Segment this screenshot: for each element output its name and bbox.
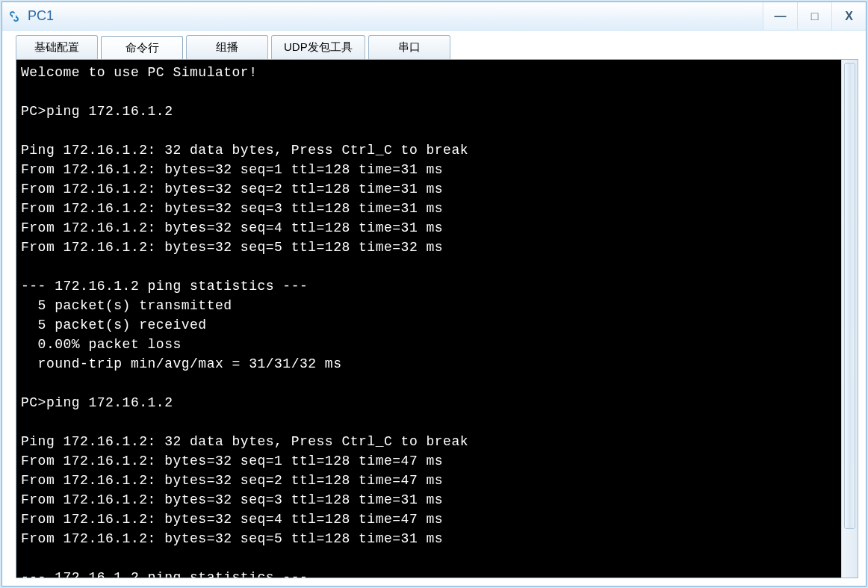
- app-window: PC1 — □ X 基础配置 命令行 组播 UDP发包工具 串口 Welcome…: [1, 1, 867, 587]
- app-icon: [7, 9, 22, 24]
- tab-label: 命令行: [125, 41, 159, 55]
- tab-multicast[interactable]: 组播: [186, 35, 268, 59]
- scroll-thumb[interactable]: [844, 63, 855, 529]
- window-controls: — □ X: [763, 2, 866, 30]
- window-title: PC1: [28, 8, 763, 24]
- terminal-container: Welcome to use PC Simulator! PC>ping 172…: [16, 59, 858, 578]
- maximize-button[interactable]: □: [797, 2, 831, 30]
- minimize-button[interactable]: —: [763, 2, 797, 30]
- tab-label: 串口: [398, 40, 421, 55]
- tab-label: 基础配置: [34, 40, 79, 55]
- tab-udp-tool[interactable]: UDP发包工具: [271, 35, 365, 59]
- tab-basic-config[interactable]: 基础配置: [16, 35, 98, 59]
- scrollbar[interactable]: [841, 60, 858, 578]
- terminal-output[interactable]: Welcome to use PC Simulator! PC>ping 172…: [16, 60, 841, 578]
- tab-label: 组播: [216, 40, 238, 55]
- tabstrip: 基础配置 命令行 组播 UDP发包工具 串口: [2, 31, 866, 59]
- close-button[interactable]: X: [831, 2, 866, 30]
- titlebar: PC1 — □ X: [2, 2, 866, 31]
- tab-serial[interactable]: 串口: [368, 35, 450, 59]
- tab-command-line[interactable]: 命令行: [101, 36, 183, 60]
- tab-label: UDP发包工具: [284, 40, 353, 55]
